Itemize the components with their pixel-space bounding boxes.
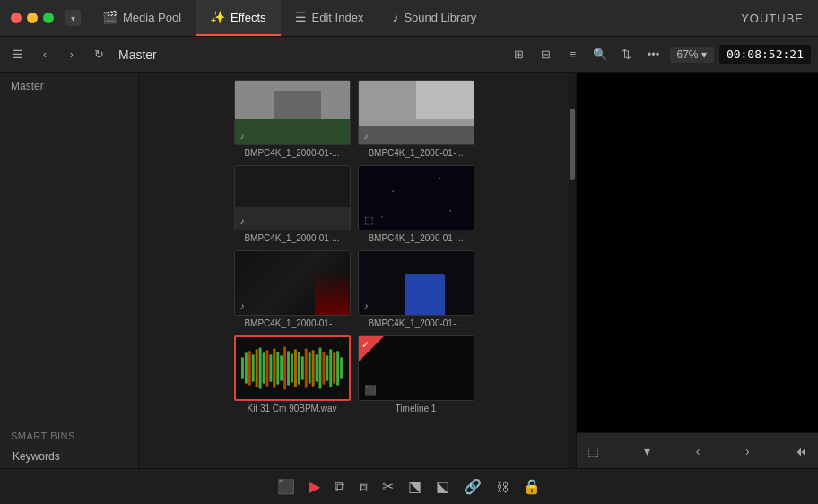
link-btn[interactable]: 🔗 xyxy=(464,478,482,495)
media-item-8[interactable]: ✓ ⬛ Timeline 1 xyxy=(358,335,474,413)
close-button[interactable] xyxy=(11,13,22,23)
media-label-4: BMPC4K_1_2000-01-... xyxy=(368,233,463,243)
bottom-bar: ⬛ ▶ ⧉ ⧈ ✂ ⬔ ⬕ 🔗 ⛓ 🔒 xyxy=(0,468,818,504)
svg-rect-28 xyxy=(340,357,343,379)
tab-effects[interactable]: ✨ Effects xyxy=(196,0,281,36)
second-bar: ☰ ‹ › ↻ Master ⊞ ⊟ ≡ 🔍 ⇅ ••• 67% ▾ 00:08… xyxy=(0,37,818,73)
svg-rect-1 xyxy=(244,352,247,383)
back-button[interactable]: ‹ xyxy=(34,44,56,65)
media-label-7: Kit 31 Cm 90BPM.wav xyxy=(247,404,336,413)
sidebar-master-label: Master xyxy=(11,80,44,92)
svg-rect-13 xyxy=(287,351,290,385)
timeline-icon: ⬛ xyxy=(364,385,377,396)
media-label-5: BMPC4K_1_2000-01-... xyxy=(244,318,339,328)
svg-rect-8 xyxy=(269,354,272,381)
forward-button[interactable]: › xyxy=(61,44,83,65)
sidebar-item-keywords[interactable]: Keywords xyxy=(0,445,138,468)
master-label: Master xyxy=(115,48,157,62)
sound-library-icon: ♪ xyxy=(392,10,398,24)
svg-rect-17 xyxy=(300,356,303,380)
zoom-display[interactable]: 67% ▾ xyxy=(670,47,714,63)
music-icon-6: ♪ xyxy=(364,300,370,311)
media-label-3: BMPC4K_1_2000-01-... xyxy=(244,233,339,243)
grid-view-button[interactable]: ⊞ xyxy=(509,44,530,65)
monitor-btn[interactable]: ⬛ xyxy=(277,478,295,495)
media-item-1[interactable]: ♪ BMPC4K_1_2000-01-... xyxy=(234,80,351,158)
workspace-dropdown[interactable]: ▾ xyxy=(65,10,81,26)
svg-rect-9 xyxy=(273,348,275,387)
svg-rect-11 xyxy=(280,355,283,381)
svg-rect-26 xyxy=(333,352,335,383)
arrow-select-btn[interactable]: ▶ xyxy=(309,478,320,495)
scroll-thumb[interactable] xyxy=(570,109,575,180)
more-button[interactable]: ••• xyxy=(643,44,665,65)
preview-video xyxy=(577,73,818,432)
lock-btn[interactable]: 🔒 xyxy=(523,478,541,495)
svg-rect-23 xyxy=(322,352,325,384)
scroll-track[interactable] xyxy=(569,73,576,468)
svg-rect-0 xyxy=(240,357,243,379)
svg-rect-21 xyxy=(315,354,318,381)
svg-rect-22 xyxy=(318,347,321,388)
media-area: ♪ BMPC4K_1_2000-01-... ♪ BMPC4K_1_2000-0… xyxy=(139,73,569,468)
preview-panel: ⬚ ▾ ‹ › ⏮ xyxy=(576,73,818,468)
preview-controls: ⬚ ▾ ‹ › ⏮ xyxy=(577,432,818,468)
music-icon-2: ♪ xyxy=(364,130,370,141)
media-pool-icon: 🎬 xyxy=(102,10,117,24)
music-icon-3: ♪ xyxy=(240,215,246,226)
tab-media-pool[interactable]: 🎬 Media Pool xyxy=(88,0,196,36)
preview-crop-button[interactable]: ⬚ xyxy=(587,444,599,458)
traffic-lights xyxy=(0,13,65,23)
svg-rect-3 xyxy=(251,354,254,381)
media-item-2[interactable]: ♪ BMPC4K_1_2000-01-... xyxy=(358,80,474,158)
sidebar-smart-bins-label: Smart Bins xyxy=(0,423,138,445)
media-item-3[interactable]: ♪ BMPC4K_1_2000-01-... xyxy=(234,165,351,243)
tab-group: 🎬 Media Pool ✨ Effects ☰ Edit Index ♪ So… xyxy=(88,0,491,36)
check-icon: ✓ xyxy=(361,339,370,351)
workspace-label: YOUTUBE xyxy=(741,12,818,25)
unlink-btn[interactable]: ⛓ xyxy=(496,480,509,494)
tab-edit-index[interactable]: ☰ Edit Index xyxy=(281,0,379,36)
tab-effects-label: Effects xyxy=(231,11,266,24)
svg-rect-14 xyxy=(291,353,293,382)
media-item-6[interactable]: ♪ BMPC4K_1_2000-01-... xyxy=(358,250,474,328)
svg-rect-4 xyxy=(255,349,257,387)
ripple-btn[interactable]: ⧈ xyxy=(359,479,368,495)
media-label-8: Timeline 1 xyxy=(396,404,437,413)
sidebar: Master Smart Bins Keywords xyxy=(0,73,139,468)
preview-forward-button[interactable]: › xyxy=(745,444,750,458)
svg-rect-24 xyxy=(326,355,328,381)
main-content: Master Smart Bins Keywords ♪ BMPC4K_1_20… xyxy=(0,73,818,468)
dynamic-trim-btn[interactable]: ⬕ xyxy=(436,478,449,495)
minimize-button[interactable] xyxy=(27,13,38,23)
svg-rect-20 xyxy=(311,350,314,386)
razor-btn[interactable]: ✂ xyxy=(382,478,394,495)
search-button[interactable]: 🔍 xyxy=(589,44,611,65)
media-label-2: BMPC4K_1_2000-01-... xyxy=(368,148,463,158)
sync-button[interactable]: ↻ xyxy=(88,44,109,65)
media-item-4[interactable]: ⬚ BMPC4K_1_2000-01-... xyxy=(358,165,474,243)
svg-rect-5 xyxy=(258,347,261,388)
media-item-5[interactable]: ♪ BMPC4K_1_2000-01-... xyxy=(234,250,351,328)
tab-edit-index-label: Edit Index xyxy=(312,11,364,24)
sort-button[interactable]: ⇅ xyxy=(616,44,638,65)
view-toggle[interactable]: ☰ xyxy=(7,44,29,65)
svg-rect-27 xyxy=(336,351,339,385)
timecode-display: 00:08:52:21 xyxy=(719,45,811,64)
svg-rect-16 xyxy=(297,352,300,384)
tab-sound-library-label: Sound Library xyxy=(404,11,476,24)
media-item-7[interactable]: Kit 31 Cm 90BPM.wav xyxy=(234,335,351,413)
svg-rect-7 xyxy=(265,350,268,386)
fullscreen-button[interactable] xyxy=(43,13,54,23)
preview-skip-back[interactable]: ⏮ xyxy=(795,444,807,458)
svg-rect-25 xyxy=(329,349,332,387)
detail-view-button[interactable]: ≡ xyxy=(562,44,584,65)
tab-sound-library[interactable]: ♪ Sound Library xyxy=(378,0,491,36)
preview-dropdown[interactable]: ▾ xyxy=(644,444,650,458)
edit-index-icon: ☰ xyxy=(295,10,307,24)
preview-back-button[interactable]: ‹ xyxy=(696,444,701,458)
music-icon: ♪ xyxy=(240,130,246,141)
slip-btn[interactable]: ⬔ xyxy=(408,478,422,495)
trim-btn[interactable]: ⧉ xyxy=(335,479,344,495)
list-view-button[interactable]: ⊟ xyxy=(535,44,557,65)
